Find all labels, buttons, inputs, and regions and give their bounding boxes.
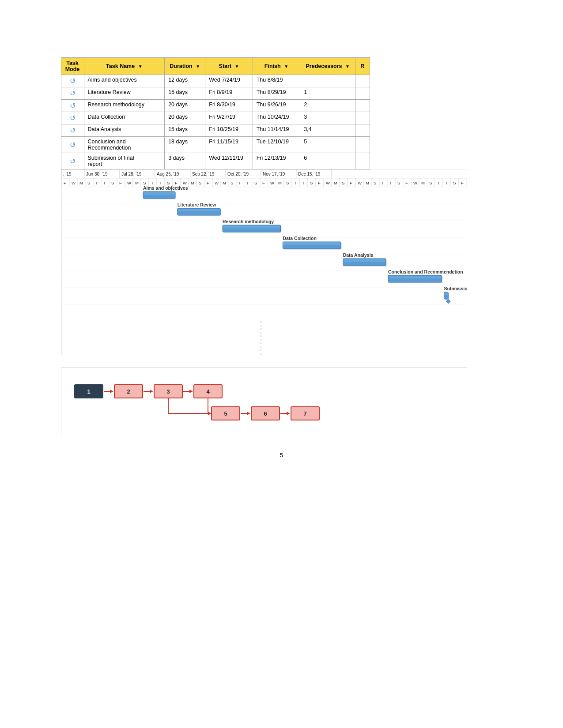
svg-text:M: M (421, 180, 425, 185)
gantt-chart-section: , '19Jun 30, '19Jul 28, '19Aug 25, '19Se… (61, 169, 467, 355)
task-name-cell: Data Collection (84, 112, 165, 124)
col-header-task-mode: TaskMode (61, 58, 84, 75)
svg-rect-130 (61, 254, 467, 271)
svg-text:W: W (413, 180, 417, 185)
svg-marker-188 (287, 412, 290, 415)
duration-cell: 12 days (165, 75, 205, 87)
svg-text:Aims and objectives: Aims and objectives (143, 185, 188, 191)
finish-cell: Thu 9/26/19 (253, 100, 300, 112)
svg-text:F: F (262, 180, 265, 185)
svg-text:M: M (366, 180, 369, 185)
task-mode-cell: ↺ (61, 87, 84, 100)
svg-text:T: T (151, 180, 154, 185)
svg-rect-122 (61, 187, 467, 204)
task-mode-icon: ↺ (70, 141, 76, 149)
svg-text:3: 3 (166, 388, 170, 395)
page-number: 5 (61, 452, 503, 458)
svg-text:T: T (95, 180, 98, 185)
duration-cell: 20 days (165, 112, 205, 124)
task-mode-icon: ↺ (70, 77, 76, 85)
r-cell (355, 137, 370, 153)
svg-text:6: 6 (264, 410, 267, 417)
svg-text:T: T (437, 180, 440, 185)
svg-rect-124 (61, 204, 467, 221)
svg-text:S: S (111, 180, 114, 185)
gantt-chart-svg: , '19Jun 30, '19Jul 28, '19Aug 25, '19Se… (61, 169, 467, 355)
svg-text:, '19: , '19 (63, 172, 72, 176)
finish-cell: Tue 12/10/19 (253, 137, 300, 153)
finish-cell: Thu 8/8/19 (253, 75, 300, 87)
col-header-predecessors: Predecessors ▼ (300, 58, 355, 75)
task-name-cell: Submission of finalreport (84, 153, 165, 169)
svg-rect-140 (143, 192, 174, 195)
svg-text:F: F (405, 180, 408, 185)
svg-text:S: S (254, 180, 257, 185)
svg-text:Aug 25, '19: Aug 25, '19 (157, 172, 179, 176)
svg-text:Sep 22, '19: Sep 22, '19 (192, 172, 215, 176)
svg-text:T: T (238, 180, 241, 185)
predecessors-cell: 3 (300, 112, 355, 124)
svg-text:F: F (207, 180, 209, 185)
svg-marker-184 (247, 412, 250, 415)
r-cell (355, 87, 370, 100)
svg-text:S: S (453, 180, 456, 185)
svg-text:T: T (246, 180, 249, 185)
task-mode-icon: ↺ (70, 126, 76, 135)
svg-text:M: M (278, 180, 282, 185)
svg-rect-160 (388, 276, 441, 278)
svg-text:Dec 15, '19: Dec 15, '19 (298, 172, 321, 176)
task-mode-icon: ↺ (70, 89, 76, 98)
task-mode-cell: ↺ (61, 137, 84, 153)
svg-text:S: S (167, 180, 170, 185)
start-cell: Fri 10/25/19 (205, 124, 253, 137)
gantt-data-table: TaskMode Task Name ▼ Duration ▼ Start ▼ … (61, 57, 370, 169)
col-header-finish: Finish ▼ (253, 58, 300, 75)
svg-text:M: M (79, 180, 83, 185)
svg-text:T: T (389, 180, 392, 185)
svg-text:T: T (302, 180, 305, 185)
finish-cell: Thu 10/24/19 (253, 112, 300, 124)
dependency-diagram-section: 1234567 (61, 368, 467, 434)
svg-text:S: S (429, 180, 432, 185)
r-cell (355, 153, 370, 169)
svg-text:M: M (191, 180, 194, 185)
svg-rect-18 (332, 169, 467, 178)
duration-cell: 3 days (165, 153, 205, 169)
start-cell: Fri 8/9/19 (205, 87, 253, 100)
predecessors-cell (300, 75, 355, 87)
duration-cell: 20 days (165, 100, 205, 112)
r-cell (355, 75, 370, 87)
svg-text:M: M (223, 180, 226, 185)
svg-text:W: W (183, 180, 187, 185)
r-cell (355, 112, 370, 124)
svg-text:T: T (159, 180, 162, 185)
svg-rect-134 (61, 288, 467, 304)
svg-text:S: S (397, 180, 400, 185)
svg-text:F: F (318, 180, 321, 185)
svg-rect-152 (283, 242, 340, 245)
svg-text:T: T (445, 180, 448, 185)
svg-text:W: W (326, 180, 330, 185)
svg-text:Literature Review: Literature Review (177, 202, 216, 207)
svg-text:S: S (286, 180, 289, 185)
svg-text:7: 7 (303, 410, 306, 417)
svg-text:T: T (382, 180, 384, 185)
task-name-cell: Literature Review (84, 87, 165, 100)
task-name-cell: Data Analysis (84, 124, 165, 137)
svg-text:W: W (215, 180, 219, 185)
task-mode-icon: ↺ (70, 157, 76, 165)
duration-cell: 18 days (165, 137, 205, 153)
svg-rect-136 (61, 304, 467, 321)
svg-text:W: W (72, 180, 76, 185)
col-header-task-name: Task Name ▼ (84, 58, 165, 75)
svg-text:S: S (342, 180, 344, 185)
col-header-duration: Duration ▼ (165, 58, 205, 75)
svg-marker-178 (189, 390, 193, 393)
task-mode-cell: ↺ (61, 100, 84, 112)
svg-text:W: W (270, 180, 274, 185)
svg-text:F: F (119, 180, 122, 185)
r-cell (355, 100, 370, 112)
svg-marker-170 (110, 390, 113, 393)
svg-text:M: M (334, 180, 337, 185)
svg-text:5: 5 (224, 410, 227, 417)
